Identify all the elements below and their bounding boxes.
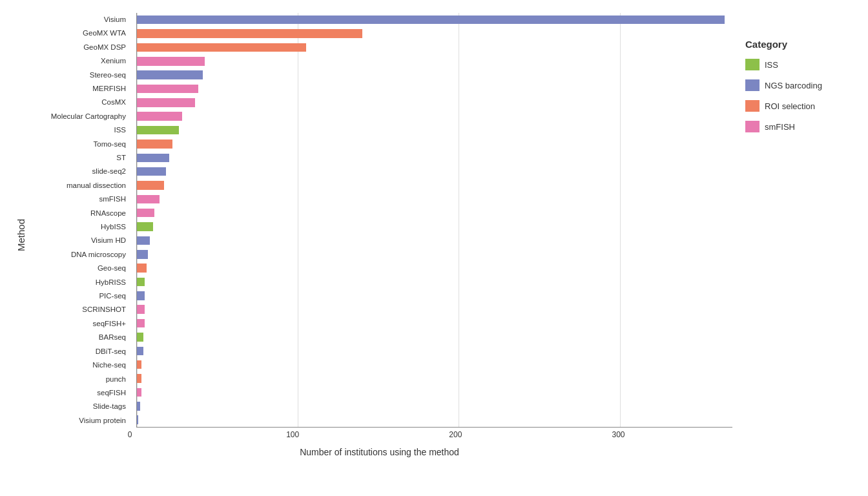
y-label: Geo-seq	[26, 262, 126, 275]
bar	[137, 388, 141, 397]
bar	[137, 126, 179, 135]
y-label: Slide-tags	[26, 400, 126, 413]
bar	[137, 209, 154, 218]
bar-row	[137, 303, 732, 316]
bar-row	[137, 275, 732, 289]
legend-label: ISS	[765, 60, 778, 70]
bar	[137, 291, 145, 300]
y-label: SCRINSHOT	[26, 304, 126, 317]
bar-row	[137, 289, 732, 302]
bar	[137, 195, 160, 204]
bar-row	[137, 54, 732, 68]
y-label: Visium protein	[26, 414, 126, 428]
y-labels: VisiumGeoMX WTAGeoMX DSPXeniumStereo-seq…	[26, 13, 130, 428]
y-label: GeoMX DSP	[26, 41, 126, 54]
bar	[137, 319, 145, 328]
bar-row	[137, 371, 732, 385]
x-tick: 0	[128, 430, 132, 439]
y-label: BARseq	[26, 331, 126, 344]
legend-items: ISSNGS barcodingROI selectionsmFISH	[745, 59, 842, 141]
legend-swatch	[745, 121, 760, 132]
legend: Category ISSNGS barcodingROI selectionsm…	[732, 13, 855, 457]
bar	[137, 98, 195, 107]
bar-row	[137, 96, 732, 109]
bar-row	[137, 26, 732, 40]
legend-item: ISS	[745, 59, 842, 70]
bar	[137, 57, 205, 66]
bar	[137, 278, 145, 287]
y-label: PIC-seq	[26, 289, 126, 303]
x-tick: 300	[612, 430, 625, 439]
y-label: slide-seq2	[26, 165, 126, 178]
bar	[137, 181, 164, 190]
bar	[137, 29, 362, 38]
legend-label: ROI selection	[765, 101, 815, 111]
y-label: smFISH	[26, 192, 126, 206]
bar-row	[137, 137, 732, 150]
y-label: CosMX	[26, 96, 126, 109]
bar	[137, 85, 198, 94]
y-label: Visium HD	[26, 234, 126, 248]
bar	[137, 264, 147, 273]
bar-row	[137, 386, 732, 399]
bar	[137, 222, 153, 231]
y-label: DNA microscopy	[26, 248, 126, 262]
y-label: ISS	[26, 123, 126, 137]
bar	[137, 333, 143, 342]
bar-row	[137, 413, 732, 426]
bar	[137, 167, 166, 176]
bar	[137, 415, 138, 424]
y-label: ST	[26, 151, 126, 165]
bar-row	[137, 247, 732, 261]
legend-item: ROI selection	[745, 100, 842, 112]
chart-container: Method VisiumGeoMX WTAGeoMX DSPXeniumSte…	[0, 0, 868, 496]
bar-row	[137, 234, 732, 247]
bar	[137, 250, 148, 259]
plot-area: VisiumGeoMX WTAGeoMX DSPXeniumStereo-seq…	[26, 13, 732, 457]
y-label: seqFISH	[26, 386, 126, 400]
bar-row	[137, 82, 732, 96]
bar-row	[137, 206, 732, 220]
bar-row	[137, 68, 732, 81]
x-axis-labels: 0100200300	[130, 430, 732, 443]
bar	[137, 112, 182, 121]
bar	[137, 360, 141, 369]
bar	[137, 16, 725, 25]
bar	[137, 236, 150, 245]
y-label: DBiT-seq	[26, 345, 126, 358]
bar	[137, 154, 169, 163]
y-label: GeoMX WTA	[26, 26, 126, 40]
y-label: HybRISS	[26, 276, 126, 289]
y-label: HybISS	[26, 220, 126, 234]
y-label: manual dissection	[26, 179, 126, 192]
bar	[137, 374, 141, 383]
bar-row	[137, 178, 732, 192]
x-axis-title: Number of institutions using the method	[26, 447, 732, 457]
legend-title: Category	[745, 39, 842, 50]
bar-row	[137, 192, 732, 206]
bar-row	[137, 123, 732, 137]
legend-label: NGS barcoding	[765, 81, 822, 90]
bar	[137, 305, 145, 314]
bar-row	[137, 151, 732, 165]
legend-item: smFISH	[745, 121, 842, 132]
legend-label: smFISH	[765, 122, 795, 132]
bar-row	[137, 41, 732, 54]
bar-row	[137, 13, 732, 26]
legend-swatch	[745, 79, 760, 91]
plot-and-legend: VisiumGeoMX WTAGeoMX DSPXeniumStereo-seq…	[26, 13, 855, 457]
rows-area	[137, 13, 732, 427]
bar	[137, 43, 306, 52]
y-label: MERFISH	[26, 82, 126, 96]
y-label: RNAscope	[26, 207, 126, 220]
y-axis-label: Method	[13, 13, 26, 457]
bar-row	[137, 165, 732, 178]
y-label: punch	[26, 373, 126, 386]
y-label: Visium	[26, 13, 126, 26]
y-label: seqFISH+	[26, 317, 126, 331]
legend-item: NGS barcoding	[745, 79, 842, 91]
y-label: Xenium	[26, 54, 126, 68]
bar	[137, 347, 143, 356]
y-label: Niche-seq	[26, 358, 126, 372]
y-label: Stereo-seq	[26, 68, 126, 82]
